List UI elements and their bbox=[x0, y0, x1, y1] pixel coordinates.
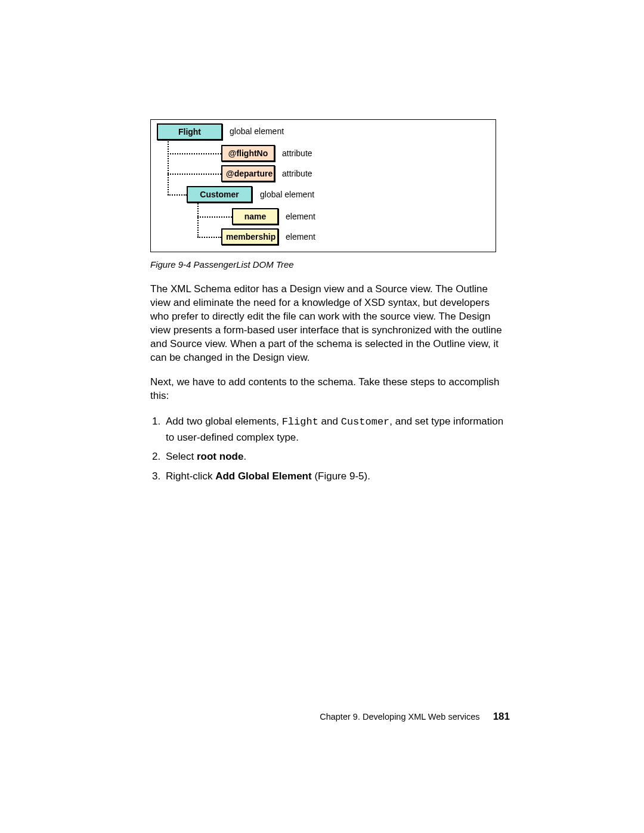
node-customer: Customer bbox=[187, 186, 252, 203]
step-2: Select root node. bbox=[163, 449, 510, 465]
node-flight-desc: global element bbox=[230, 126, 284, 136]
paragraph-1: The XML Schema editor has a Design view … bbox=[150, 283, 510, 365]
node-flightno-desc: attribute bbox=[282, 148, 312, 158]
figure-caption: Figure 9-4 PassengerList DOM Tree bbox=[150, 259, 510, 270]
dom-tree-diagram: Flight global element @flightNo attribut… bbox=[156, 123, 491, 246]
node-membership-label: membership bbox=[226, 232, 275, 241]
node-name-desc: element bbox=[286, 212, 315, 221]
page-footer: Chapter 9. Developing XML Web services 1… bbox=[0, 711, 644, 723]
node-flight: Flight bbox=[157, 123, 222, 140]
node-membership-desc: element bbox=[286, 232, 315, 241]
node-name-label: name bbox=[244, 212, 267, 221]
node-flightno: @flightNo bbox=[221, 145, 275, 162]
step-3: Right-click Add Global Element (Figure 9… bbox=[163, 469, 510, 484]
figure-box: Flight global element @flightNo attribut… bbox=[150, 119, 496, 252]
node-departure-label: @departure bbox=[226, 169, 273, 178]
footer-chapter: Chapter 9. Developing XML Web services bbox=[320, 712, 479, 721]
node-flight-label: Flight bbox=[178, 127, 201, 137]
node-departure-desc: attribute bbox=[282, 169, 312, 178]
steps-list: Add two global elements, Flight and Cust… bbox=[163, 414, 510, 484]
node-membership: membership bbox=[221, 228, 278, 245]
node-departure: @departure bbox=[221, 165, 275, 182]
node-flightno-label: @flightNo bbox=[228, 148, 268, 158]
node-customer-label: Customer bbox=[200, 190, 239, 199]
paragraph-2: Next, we have to add contents to the sch… bbox=[150, 376, 510, 403]
node-name: name bbox=[232, 208, 278, 225]
node-customer-desc: global element bbox=[260, 190, 314, 199]
footer-page-number: 181 bbox=[493, 711, 510, 722]
step-1: Add two global elements, Flight and Cust… bbox=[163, 414, 510, 446]
